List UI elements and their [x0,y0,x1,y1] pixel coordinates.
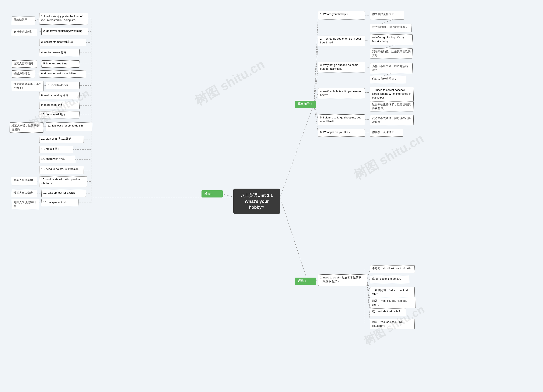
l12: 8. walk a pet dog 遛狗 [39,92,79,99]
svg-line-30 [280,104,314,197]
l23: 带某人出去散步 [12,190,37,197]
l8: 做些户外活动 [12,70,35,77]
l14: 10. get started 开始 [39,111,79,118]
r3cn: 为什么不出去做一些户外活动呢？ [370,63,413,73]
svg-line-42 [365,67,370,67]
l5: 4. recite poems 背诗 [39,49,79,56]
svg-line-54 [367,280,370,323]
l7: 5. in one's free time [41,60,79,68]
label-duanyu: 短语： [202,190,223,198]
svg-line-53 [367,280,370,312]
g_neg2: 或 sb. usedn't to do sth. [370,276,409,283]
l20: 15. need to do sth. 需要做某事 [39,166,84,174]
svg-line-32 [314,15,318,104]
label-yufa: 语法： [295,278,316,285]
l16: 11. It is easy for sb. to do sth. [45,122,92,131]
l0: 喜欢做某事 [12,17,35,25]
l21: 为某人提供某物 [12,177,37,185]
r2a2: 我经常去钓鱼，这是我最喜欢的爱好。 [370,48,413,59]
l9: 6. do some outdoor activities [39,70,86,77]
l26: 18. be special to sb. [41,199,79,206]
mind-map: 八上英语Unit 3.1 What's your hobby?短语：重点句子：语… [0,0,543,392]
g_neg1: 否定句：sb. didn't use to do sth. [370,265,415,273]
r6cn: 你喜欢什么宠物？ [370,129,403,137]
svg-line-44 [365,92,370,93]
r3q: 3. Why not go out and do some outdoor ac… [318,62,365,72]
svg-line-31 [280,197,308,281]
g_gen: 一般疑问句：Did sb. use to do sth.? [370,287,415,297]
svg-line-40 [365,40,370,41]
l11: 7. used to do sth. [45,82,79,89]
l2: 旅行/钓鱼/游泳 [12,29,37,36]
g_or: 或 Used sb. to do sth.? [370,308,406,316]
svg-line-1 [35,19,39,21]
r5cn: 我过去不去购物，但是现在我喜欢购物。 [370,115,414,125]
l19: 14. share with 分享 [39,156,75,163]
r1cn: 你的爱好是什么？ [370,11,404,20]
watermark-2: 树图 shitu.cn [351,130,427,184]
label-zhongdian: 重点句子： [295,101,316,108]
svg-line-0 [223,194,233,197]
l10: 过去常常做某事（现在不做了） [12,81,44,91]
l25: 对某人来说是特别的 [12,199,39,209]
l13: 9. more than 更多 [39,102,79,109]
r2a1: —I often go fishing. It's my favorite ho… [370,34,413,45]
g1: 1. used to do sth. 过去常常做某事（现在不 做了） [318,274,367,286]
svg-line-34 [314,67,318,104]
l18: 13. cut out 剪下 [39,146,73,153]
r1: 1. What's your hobby？ [318,11,365,20]
g_ans1: 回答： Yes, sb. did. / No, sb. didn't. [370,298,416,308]
l3: 2. go traveling/fishing/swimming [41,28,88,35]
r4q: 4. —What hobbies did you use to have? [318,88,365,98]
svg-line-49 [367,269,370,280]
svg-line-51 [367,280,370,291]
r1sub: 在空闲时间，你经常做什么？ [370,24,412,33]
l4: 3. collect stamps 收集邮票 [39,39,86,46]
svg-line-37 [314,104,318,133]
l24: 17. take sb. out for a walk [41,190,86,197]
l6: 在某人空闲时间 [12,60,37,68]
l1: 1. like/love/enjoy/prefer/be fond of /be… [39,13,88,25]
r5q: 5. I didn't use to go shopping, but now … [318,114,365,125]
watermark-1: 树图 shitu.cn [192,56,268,110]
svg-line-7 [37,181,39,182]
g_ans2: 回答：Yes, sb.used. / No, sb.usedn't. [370,319,415,329]
svg-line-2 [37,31,41,32]
r4a2: 过去我收集棒球卡，但是现在我喜欢篮球。 [370,101,414,111]
l22: 16.provide sb. with sth.=provide sth. fo… [39,176,87,187]
r4a1: —I used to collect baseball cards. But n… [370,87,414,101]
r6q: 6. What pet do you like？ [318,129,365,137]
svg-line-33 [314,41,318,104]
l17: 12. start with 以……开始 [39,136,84,143]
center-node: 八上英语Unit 3.1 What's your hobby? [233,188,280,214]
l15: 对某人来说，做某事是容易的 [10,122,44,133]
r2q: 2. —What do you often do in your free ti… [318,36,365,46]
svg-line-52 [367,280,370,302]
svg-line-50 [367,280,370,280]
svg-line-46 [365,119,370,120]
svg-line-5 [44,85,45,86]
r3sub: 你过去有什么爱好？ [370,76,406,83]
